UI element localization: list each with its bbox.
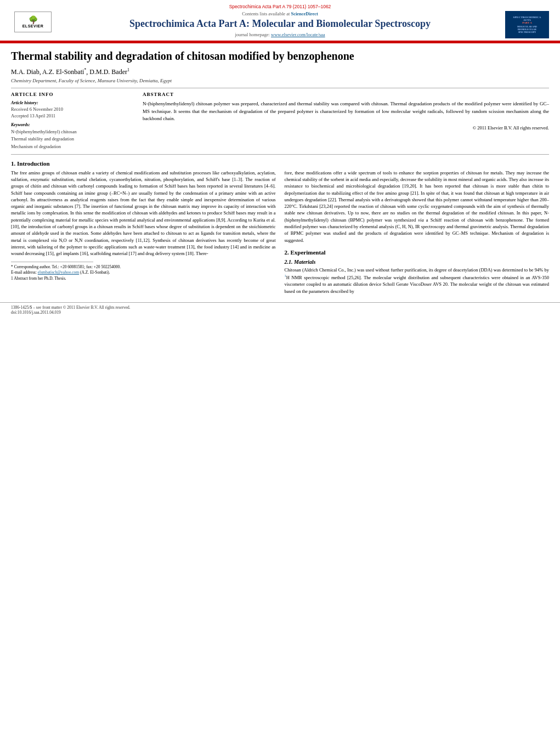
bottom-bar: 1386-1425/$ – see front matter © 2011 El… bbox=[0, 302, 560, 317]
divider-1 bbox=[11, 88, 549, 88]
footnote-star: * Corresponding author. Tel.: +20 600815… bbox=[11, 264, 276, 276]
logo-part-a: PART A bbox=[522, 21, 532, 24]
section2-label: Experimental bbox=[291, 249, 326, 256]
logo-spectroscopy: SPECTROSCOPY bbox=[518, 31, 536, 33]
meta-top-bar: Spectrochimica Acta Part A 79 (2011) 105… bbox=[11, 2, 549, 11]
divider-2 bbox=[11, 154, 549, 155]
elsevier-label: ELSEVIER bbox=[22, 24, 44, 28]
section1-number: 1. bbox=[11, 160, 15, 167]
footnote-sup1: 1 Abstract from her Ph.D. Thesis. bbox=[11, 276, 276, 282]
article-info-abstract: ARTICLE INFO Article history: Received 6… bbox=[11, 92, 549, 151]
section1-columns: The free amino groups of chitosan enable… bbox=[11, 169, 549, 297]
keyword-1: N-(biphenylmethylidenyl) chitosan bbox=[11, 128, 132, 136]
article-history-label: Article history: bbox=[11, 100, 132, 105]
received-text: Received 6 November 2010 bbox=[11, 106, 132, 113]
accepted-text: Accepted 13 April 2011 bbox=[11, 113, 132, 120]
page: Spectrochimica Acta Part A 79 (2011) 105… bbox=[0, 0, 560, 741]
section1-label: Introduction bbox=[17, 160, 50, 167]
keyword-2: Thermal stability and degradation bbox=[11, 135, 132, 143]
meta-top-text: Spectrochimica Acta Part A 79 (2011) 105… bbox=[229, 4, 331, 9]
footnote-email-label: E-mail address: bbox=[11, 270, 37, 275]
contents-line: Contents lists available at ScienceDirec… bbox=[60, 11, 500, 16]
doi-text: doi:10.1016/j.saa.2011.04.019 bbox=[11, 310, 549, 315]
elsevier-box: 🌳 ELSEVIER bbox=[14, 12, 52, 32]
keywords-label: Keywords: bbox=[11, 122, 132, 127]
authors-text: M.A. Diab, A.Z. El-Sonbati*, D.M.D. Bade… bbox=[11, 68, 129, 76]
abstract-text: N-(biphenylmethylidenyl) chitosan polyme… bbox=[143, 100, 549, 123]
footnote-email-link[interactable]: elsmbatisch@yahoo.com bbox=[38, 270, 79, 275]
homepage-link[interactable]: www.elsevier.com/locate/saa bbox=[271, 32, 325, 37]
authors-line: M.A. Diab, A.Z. El-Sonbati*, D.M.D. Bade… bbox=[11, 67, 549, 76]
section21-title: 2.1. Materials bbox=[285, 259, 550, 265]
section1-title: 1. Introduction bbox=[11, 160, 549, 167]
footnote-email-attribution: (A.Z. El-Sonbati). bbox=[80, 270, 110, 275]
elsevier-logo: 🌳 ELSEVIER bbox=[11, 11, 55, 33]
section2-title: 2. Experimental bbox=[285, 249, 550, 256]
red-divider bbox=[0, 42, 560, 43]
section2-number: 2. bbox=[285, 249, 289, 256]
body-content: 1. Introduction The free amino groups of… bbox=[11, 160, 549, 297]
main-content: Thermal stability and degradation of chi… bbox=[0, 49, 560, 297]
section21-label: Materials bbox=[294, 259, 315, 265]
article-info-heading: ARTICLE INFO bbox=[11, 92, 132, 97]
author-sup: 1 bbox=[127, 67, 129, 72]
copyright-line: © 2011 Elsevier B.V. All rights reserved… bbox=[143, 125, 549, 131]
article-title: Thermal stability and degradation of chi… bbox=[11, 49, 549, 63]
journal-title-block: Contents lists available at ScienceDirec… bbox=[55, 11, 505, 37]
elsevier-tree-icon: 🌳 bbox=[29, 16, 38, 24]
section1-col-right: fore, these modifications offer a wide s… bbox=[285, 169, 550, 297]
journal-top-bar: 🌳 ELSEVIER Contents lists available at S… bbox=[11, 11, 549, 41]
keywords-list: N-(biphenylmethylidenyl) chitosan Therma… bbox=[11, 128, 132, 151]
abstract-section: ABSTRACT N-(biphenylmethylidenyl) chitos… bbox=[143, 92, 549, 151]
section1-left-text: The free amino groups of chitosan enable… bbox=[11, 169, 276, 257]
section1-col-left: The free amino groups of chitosan enable… bbox=[11, 169, 276, 297]
section21-text: Chitosan (Aldrich Chemical Co., Inc.) wa… bbox=[285, 267, 550, 295]
keyword-3: Mechanism of degradation bbox=[11, 143, 132, 151]
journal-header: Spectrochimica Acta Part A 79 (2011) 105… bbox=[0, 0, 560, 42]
article-info: ARTICLE INFO Article history: Received 6… bbox=[11, 92, 132, 151]
abstract-heading: ABSTRACT bbox=[143, 92, 549, 97]
sciencedirect-link[interactable]: ScienceDirect bbox=[291, 11, 318, 16]
affiliation: Chemistry Department, Faculty of Science… bbox=[11, 78, 549, 83]
journal-logo-right: SPECTROCHIMICA ACTA PART A MOLECULAR AND… bbox=[505, 11, 549, 38]
journal-homepage: journal homepage: www.elsevier.com/locat… bbox=[60, 32, 500, 37]
section1-right-text: fore, these modifications offer a wide s… bbox=[285, 169, 550, 244]
footnote-divider bbox=[11, 262, 93, 262]
section21-number: 2.1. bbox=[285, 259, 293, 265]
issn-text: 1386-1425/$ – see front matter © 2011 El… bbox=[11, 305, 549, 310]
journal-main-title: Spectrochimica Acta Part A: Molecular an… bbox=[60, 18, 500, 30]
footnote-star-text: * Corresponding author. Tel.: +20 600815… bbox=[11, 264, 121, 269]
